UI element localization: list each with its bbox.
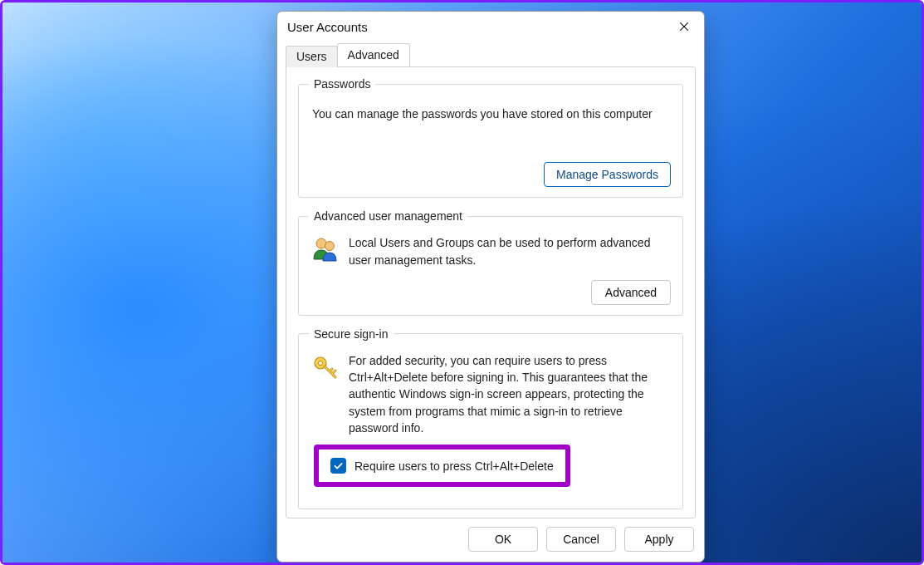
- require-ctrl-alt-delete-label: Require users to press Ctrl+Alt+Delete: [354, 459, 554, 473]
- svg-point-1: [325, 242, 335, 251]
- tab-page-advanced: Passwords You can manage the passwords y…: [286, 66, 696, 518]
- user-accounts-dialog: User Accounts Users Advanced Passwords Y…: [276, 11, 705, 563]
- manage-passwords-button[interactable]: Manage Passwords: [544, 162, 671, 187]
- cancel-button[interactable]: Cancel: [546, 527, 616, 552]
- users-icon: [310, 234, 340, 264]
- close-icon: [678, 21, 690, 32]
- close-button[interactable]: [672, 17, 696, 37]
- advanced-user-management-group: Advanced user management Local Users and…: [298, 209, 683, 316]
- ok-button[interactable]: OK: [468, 527, 538, 552]
- tab-container: Users Advanced Passwords You can manage …: [277, 40, 704, 518]
- advanced-button[interactable]: Advanced: [591, 280, 671, 305]
- checkmark-icon: [333, 460, 344, 471]
- tab-advanced[interactable]: Advanced: [337, 43, 410, 66]
- apply-button[interactable]: Apply: [624, 527, 694, 552]
- secure-description: For added security, you can require user…: [349, 352, 671, 436]
- highlighted-checkbox-row: Require users to press Ctrl+Alt+Delete: [314, 445, 570, 487]
- passwords-group: Passwords You can manage the passwords y…: [298, 77, 683, 198]
- dialog-title: User Accounts: [287, 20, 368, 34]
- require-ctrl-alt-delete-checkbox[interactable]: [330, 458, 346, 474]
- titlebar: User Accounts: [277, 12, 704, 40]
- tab-users[interactable]: Users: [286, 46, 338, 67]
- secure-legend: Secure sign-in: [309, 327, 394, 341]
- tab-strip: Users Advanced: [286, 43, 696, 66]
- secure-sign-in-group: Secure sign-in For added security, you c…: [298, 327, 683, 509]
- advanced-legend: Advanced user management: [309, 209, 467, 223]
- dialog-footer: OK Cancel Apply: [277, 518, 704, 562]
- svg-point-3: [318, 361, 322, 365]
- passwords-legend: Passwords: [309, 77, 375, 91]
- passwords-description: You can manage the passwords you have st…: [310, 102, 671, 122]
- key-icon: [310, 352, 340, 382]
- advanced-description: Local Users and Groups can be used to pe…: [349, 234, 671, 268]
